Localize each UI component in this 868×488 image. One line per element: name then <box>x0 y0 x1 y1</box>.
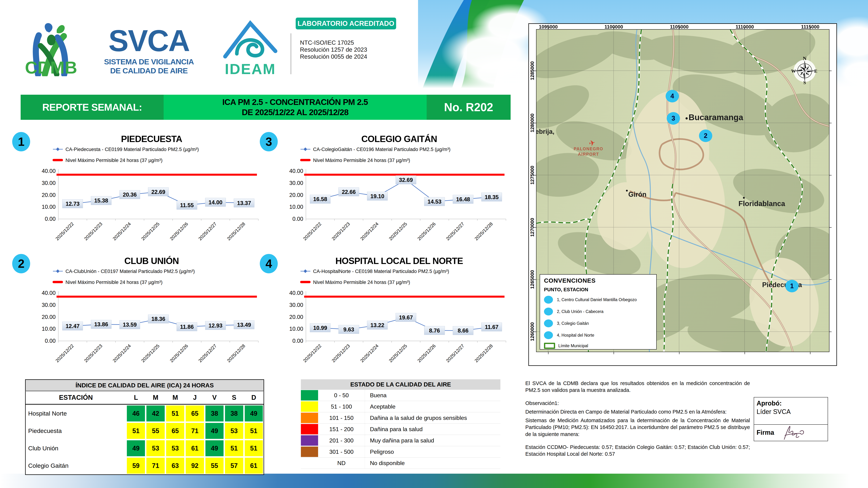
x-axis-date-tick: 2025/12/28 <box>473 221 494 241</box>
ica-value-cell: 65 <box>166 423 184 439</box>
data-label-value: 32.69 <box>399 177 413 183</box>
map-tick <box>745 27 745 29</box>
station-chart-1: 1PIEDECUESTACA-Piedecuesta - CE0199 Mate… <box>20 131 260 257</box>
estado-color-swatch <box>301 390 318 400</box>
header-divider <box>291 33 291 74</box>
map-tick <box>830 227 832 228</box>
y-axis-tick: 30.00 <box>42 180 56 186</box>
x-axis-date-tick: 2025/12/25 <box>388 221 408 241</box>
map-tick <box>830 332 832 332</box>
station-marker-2-number: 2 <box>704 132 707 139</box>
ica-value-cell: 51 <box>166 405 184 421</box>
y-axis-tick: 40.00 <box>289 168 303 174</box>
ica-value-cell: 59 <box>127 458 145 474</box>
data-label-value: 11.86 <box>180 324 194 330</box>
series-diamond-icon <box>304 148 307 151</box>
y-axis-tick: 10.00 <box>289 326 303 332</box>
x-axis-date-tick: 2025/12/25 <box>388 343 408 363</box>
station-marker-1-number: 1 <box>790 282 794 290</box>
svca-wordmark: SVCA <box>97 27 201 55</box>
city-label-giron: Girón <box>628 191 646 198</box>
x-axis-date-tick: 2025/12/27 <box>197 221 218 241</box>
estado-row: NDNo disponible <box>301 457 500 469</box>
data-label-value: 12.73 <box>66 201 80 207</box>
map-tick <box>534 227 536 228</box>
ica-value-cell: 71 <box>146 458 164 474</box>
ica-value-cell: 65 <box>186 405 204 421</box>
data-label-value: 12.93 <box>209 322 222 329</box>
estado-color-swatch <box>301 413 318 423</box>
accreditation-line: Resolución 0055 de 2024 <box>300 53 411 60</box>
station-marker-3-number: 3 <box>672 115 675 122</box>
data-label-value: 18.36 <box>151 316 165 322</box>
ica-station-name: Club Unión <box>26 440 126 457</box>
ica-table-row: Colegio Gaitán59716392555761 <box>26 457 264 475</box>
chart-title: COLEGIO GAITÁN <box>361 134 437 144</box>
map-tick <box>548 352 549 354</box>
report-type-label: REPORTE SEMANAL: <box>21 95 164 120</box>
data-label-value: 19.10 <box>370 193 384 199</box>
estado-label: Dañina para la salud <box>365 424 500 435</box>
map-legend-item: 2, Club Unión - Cabecera <box>544 307 656 316</box>
estado-range: 301 - 500 <box>318 446 365 457</box>
map-legend-items: 1, Centro Cultural Daniel Mantilla Orbeg… <box>544 295 656 340</box>
estado-label: Aceptable <box>365 401 500 412</box>
compass-n: N <box>803 56 806 61</box>
ica-value-cell: 55 <box>206 458 223 474</box>
x-axis-date-tick: 2025/12/23 <box>331 343 351 363</box>
approval-label: Aprobó: <box>756 399 782 407</box>
ica-table: ÍNDICE DE CALIDAD DEL AIRE (ICA) 24 HORA… <box>25 379 264 475</box>
ica-day-header: V <box>205 394 224 401</box>
map-tick <box>534 332 536 332</box>
station-map: 1095000110000011050001110000111500012850… <box>528 23 837 366</box>
map-tick <box>830 280 832 280</box>
map-legend-title: CONVENCIONES <box>544 277 656 284</box>
data-label-value: 8.66 <box>458 327 468 334</box>
station-point-icon <box>544 307 553 316</box>
series-legend-label: CA-Piedecuesta - CE0199 Material Particu… <box>65 147 199 152</box>
map-tick <box>614 352 614 354</box>
estado-color-swatch <box>301 435 318 446</box>
limit-legend-dash-icon <box>300 159 311 161</box>
ica-station-header: ESTACIÓN <box>26 394 126 401</box>
accreditation-line: Resolución 1257 de 2023 <box>300 46 411 53</box>
map-legend-subtitle: PUNTO, ESTACION <box>544 287 656 293</box>
x-axis-date-tick: 2025/12/23 <box>331 221 351 241</box>
y-axis-tick: 20.00 <box>42 192 56 198</box>
ica-value-cell: 51 <box>245 423 263 439</box>
ica-value-cell: 51 <box>245 440 263 456</box>
ica-table-row: Club Unión49535361495151 <box>26 440 264 457</box>
ica-value-cell: 71 <box>186 423 204 439</box>
limit-legend-label: Nivel Máximo Permisible 24 horas (37 µg/… <box>65 280 162 285</box>
ica-value-cell: 63 <box>166 458 184 474</box>
estado-table-title: ESTADO DE LA CALIDAD DEL AIRE <box>301 379 500 390</box>
ica-day-header: S <box>224 394 244 401</box>
ica-table-row: Hospital Norte46425165383849 <box>26 405 264 422</box>
x-axis-date-tick: 2025/12/26 <box>169 221 189 241</box>
x-axis-date-tick: 2025/12/27 <box>445 221 465 241</box>
data-label-value: 20.36 <box>123 192 137 198</box>
municipal-boundary-icon <box>544 343 555 349</box>
declaration-text: El SVCA de la CDMB declara que los resul… <box>525 380 750 394</box>
signature-scribble <box>779 425 809 440</box>
estado-label: Buena <box>365 390 500 401</box>
data-label-value: 13.49 <box>237 322 251 328</box>
data-label-value: 16.48 <box>456 196 470 202</box>
series-legend-label: CA-ColegioGaitán - CE0196 Material Parti… <box>313 147 451 152</box>
ideam-wordmark: IDEAM <box>220 61 281 77</box>
compass-e: E <box>814 68 817 74</box>
ica-value-cell: 49 <box>245 405 263 421</box>
ica-value-cell: 46 <box>127 405 145 421</box>
compass-rose-icon: N E S W <box>791 56 818 85</box>
x-axis-date-tick: 2025/12/28 <box>226 343 246 363</box>
estado-range: 0 - 50 <box>318 390 365 401</box>
approver-role: Líder SVCA <box>756 408 791 415</box>
series-legend-label: CA-HospitalNorte - CE0198 Material Parti… <box>313 269 449 274</box>
estado-range: ND <box>318 457 365 468</box>
x-axis-date-tick: 2025/12/22 <box>302 221 322 241</box>
station-number-badge: 1 <box>12 132 30 151</box>
svca-logo: SVCA SISTEMA DE VIGILANCIA DE CALIDAD DE… <box>97 27 201 75</box>
map-legend-item: 3, Colegio Gaitán <box>544 319 656 328</box>
ica-value-cell: 38 <box>225 405 243 421</box>
accreditation-lines: NTC-ISO/IEC 17025 Resolución 1257 de 202… <box>300 39 411 60</box>
